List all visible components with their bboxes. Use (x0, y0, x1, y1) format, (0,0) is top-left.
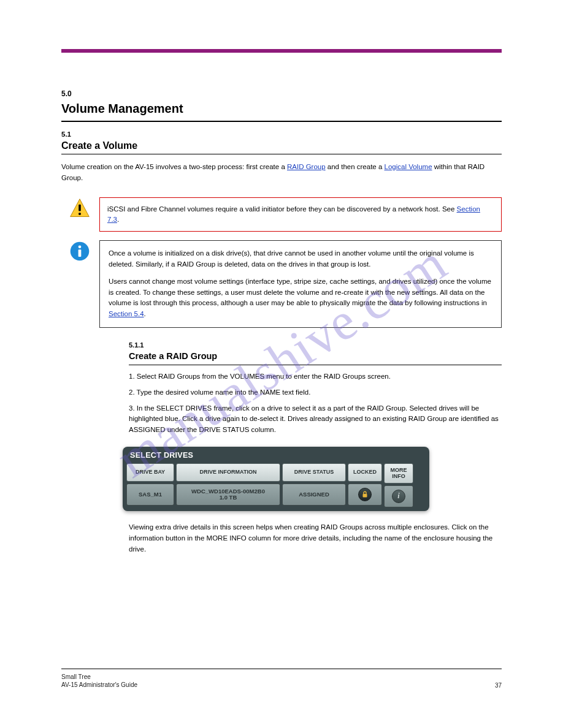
inner-after-text: Viewing extra drive details in this scre… (129, 522, 502, 555)
section-rule (61, 121, 502, 122)
info-icon (69, 240, 91, 262)
subsection-title: Create a Volume (61, 140, 502, 151)
subsection-number: 5.1 (61, 131, 502, 138)
svg-point-3 (79, 246, 82, 249)
step-2: 2. Type the desired volume name into the… (129, 387, 502, 398)
more-info-button[interactable]: i (392, 490, 405, 503)
warning-icon (69, 197, 91, 219)
inner-rule (129, 365, 502, 365)
svg-point-1 (79, 213, 81, 215)
panel-header: SELECT DRIVES (123, 447, 429, 463)
page-content: 5.0 Volume Management 5.1 Create a Volum… (0, 0, 563, 584)
note-p2-pre: Users cannot change most volume settings… (109, 278, 491, 307)
step-1: 1. Select RAID Groups from the VOLUMES m… (129, 371, 502, 382)
page-footer: Small Tree AV-15 Administrator's Guide 3… (61, 669, 502, 689)
svg-rect-4 (79, 249, 82, 257)
lock-button[interactable] (358, 488, 372, 501)
footer-doc-title: AV-15 Administrator's Guide (61, 681, 137, 689)
logical-volume-link[interactable]: Logical Volume (385, 163, 432, 170)
subsection-intro: Volume creation on the AV-15 involves a … (61, 162, 502, 184)
col-header-info: DRIVE INFORMATION (176, 463, 280, 482)
select-drives-panel: SELECT DRIVES DRIVE BAY SAS_M1 DRIVE INF… (123, 447, 429, 511)
lock-icon (361, 491, 369, 498)
warning-post: . (117, 216, 119, 223)
section-number: 5.0 (61, 89, 502, 98)
svg-rect-5 (363, 494, 367, 498)
warning-box: iSCSI and Fibre Channel volumes require … (99, 197, 502, 232)
note-p1: Once a volume is initialized on a disk d… (109, 248, 492, 270)
warning-callout: iSCSI and Fibre Channel volumes require … (67, 197, 502, 232)
subsection-rule (61, 154, 502, 154)
col-header-more: MORE INFO (384, 463, 413, 483)
col-header-locked: LOCKED (348, 463, 382, 482)
inner-section-title: Create a RAID Group (129, 351, 502, 361)
intro-pre: Volume creation on the AV-15 involves a … (61, 163, 287, 170)
note-callout: Once a volume is initialized on a disk d… (67, 240, 502, 328)
cell-bay[interactable]: SAS_M1 (126, 483, 174, 506)
raid-group-link[interactable]: RAID Group (287, 163, 326, 170)
footer-brand: Small Tree (61, 673, 137, 681)
warning-pre: iSCSI and Fibre Channel volumes require … (107, 205, 457, 213)
info-glyph-icon: i (397, 492, 399, 500)
note-p2-link[interactable]: Section 5.4 (109, 310, 144, 317)
inner-section-number: 5.1.1 (129, 341, 502, 349)
cell-info[interactable]: WDC_WD10EADS-00M2B0 1.0 TB (176, 483, 280, 506)
svg-rect-0 (79, 204, 81, 211)
footer-page-number: 37 (495, 682, 502, 689)
step-3: 3. In the SELECT DRIVES frame, click on … (129, 403, 502, 436)
cell-status[interactable]: ASSIGNED (282, 483, 346, 506)
cell-locked[interactable] (348, 483, 382, 506)
note-box: Once a volume is initialized on a disk d… (99, 240, 502, 328)
intro-mid: and then create a (326, 163, 385, 170)
col-header-bay: DRIVE BAY (126, 463, 174, 482)
top-rule (61, 49, 502, 53)
col-header-status: DRIVE STATUS (282, 463, 346, 482)
cell-more[interactable]: i (384, 485, 413, 507)
note-p2-post: . (144, 310, 146, 317)
section-title: Volume Management (61, 102, 502, 116)
